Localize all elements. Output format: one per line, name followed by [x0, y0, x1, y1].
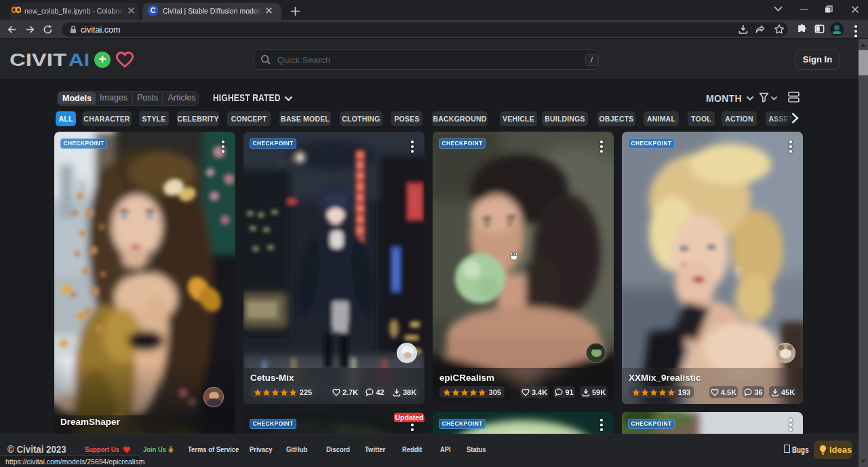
- svg-text:CIVIT: CIVIT: [9, 50, 66, 69]
- svg-text:C: C: [151, 6, 156, 14]
- svg-text:AI: AI: [68, 50, 90, 69]
